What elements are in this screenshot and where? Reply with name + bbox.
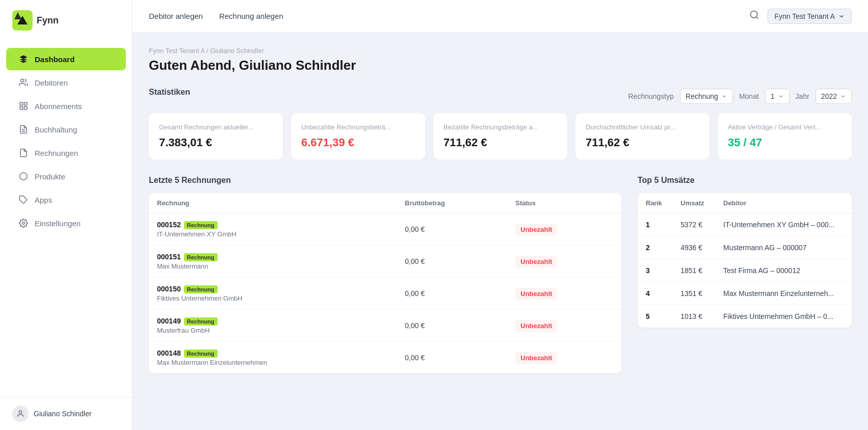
sidebar-item-einstellungen[interactable]: Einstellungen xyxy=(6,212,126,234)
status-badge: Unbezahlt xyxy=(515,224,557,235)
umsatz-cell: 1013 € xyxy=(672,305,715,328)
invoice-type-select[interactable]: Rechnung xyxy=(680,89,733,104)
invoice-cell: 000151Rechnung Max Mustermann xyxy=(149,246,397,278)
rank-cell: 2 xyxy=(638,236,672,259)
sidebar-item-produkte[interactable]: Produkte xyxy=(6,165,126,187)
file-text-icon xyxy=(18,124,29,135)
invoice-debitor: Max Mustermann Einzelunternehmen xyxy=(157,359,388,366)
invoice-number: 000151Rechnung xyxy=(157,253,388,261)
footer-username: Giuliano Schindler xyxy=(34,410,92,418)
table-row[interactable]: 000152Rechnung IT-Unternehmen XY GmbH 0,… xyxy=(149,213,621,246)
table-row[interactable]: 000149Rechnung Musterfrau GmbH 0,00 € Un… xyxy=(149,310,621,342)
invoice-amount: 0,00 € xyxy=(397,278,507,310)
invoice-status: Unbezahlt xyxy=(507,310,621,342)
sidebar-item-rechnungen[interactable]: Rechnungen xyxy=(6,142,126,164)
sidebar-item-label-debitoren: Debitoren xyxy=(35,78,68,87)
debitor-cell: Fiktives Unternehmen GmbH – 0... xyxy=(715,305,852,328)
topbar-right: Fynn Test Tenant A xyxy=(749,9,852,24)
sidebar-item-dashboard[interactable]: Dashboard xyxy=(6,48,126,70)
sidebar-item-label-rechnungen: Rechnungen xyxy=(35,149,78,157)
chevron-down-icon-invoice xyxy=(721,93,727,99)
users-icon xyxy=(18,77,29,88)
chevron-down-icon-year xyxy=(840,93,846,99)
stat-card-4: Aktive Verträge / Gesamt Vert... 35 / 47 xyxy=(718,113,852,159)
stat-value-1: 6.671,39 € xyxy=(301,136,415,149)
svg-point-1 xyxy=(21,79,24,82)
invoice-debitor: IT-Unternehmen XY GmbH xyxy=(157,230,388,238)
year-select[interactable]: 2022 xyxy=(816,89,852,104)
table-row[interactable]: 3 1851 € Test Firma AG – 000012 xyxy=(638,259,852,282)
stat-value-3: 711,62 € xyxy=(586,136,699,149)
invoice-debitor: Musterfrau GmbH xyxy=(157,327,388,334)
invoice-cell: 000149Rechnung Musterfrau GmbH xyxy=(149,310,397,342)
sidebar-item-apps[interactable]: Apps xyxy=(6,189,126,211)
search-icon[interactable] xyxy=(749,10,759,22)
stats-header: Statistiken Rechnungstyp Rechnung Monat … xyxy=(149,88,852,105)
umsatz-cell: 1851 € xyxy=(672,259,715,282)
umsatz-cell: 5372 € xyxy=(672,213,715,236)
invoice-status: Unbezahlt xyxy=(507,342,621,374)
stat-label-2: Bezahlte Rechnungsbeträge a... xyxy=(443,123,557,131)
month-select[interactable]: 1 xyxy=(765,89,790,104)
sidebar-item-label-dashboard: Dashboard xyxy=(35,55,74,64)
avatar xyxy=(12,406,29,422)
svg-line-12 xyxy=(756,17,758,19)
statistiken-title: Statistiken xyxy=(149,88,190,97)
tenant-selector[interactable]: Fynn Test Tenant A xyxy=(768,9,852,24)
invoice-number: 000150Rechnung xyxy=(157,285,388,293)
top5-table: Rank Umsatz Debitor 1 5372 € IT-Unterneh… xyxy=(638,193,852,328)
invoice-tag: Rechnung xyxy=(184,253,218,261)
debitor-anlegen-link[interactable]: Debitor anlegen xyxy=(149,12,203,20)
invoice-number: 000152Rechnung xyxy=(157,221,388,229)
table-row[interactable]: 000151Rechnung Max Mustermann 0,00 € Unb… xyxy=(149,246,621,278)
sidebar-item-label-produkte: Produkte xyxy=(35,172,65,181)
col-umsatz: Umsatz xyxy=(672,193,715,213)
topbar-nav: Debitor anlegen Rechnung anlegen xyxy=(149,12,283,20)
layers-icon xyxy=(18,54,29,64)
rechnung-anlegen-link[interactable]: Rechnung anlegen xyxy=(219,12,283,20)
sidebar-item-debitoren[interactable]: Debitoren xyxy=(6,71,126,94)
table-row[interactable]: 5 1013 € Fiktives Unternehmen GmbH – 0..… xyxy=(638,305,852,328)
svg-rect-3 xyxy=(24,102,27,105)
sidebar-item-label-buchhaltung: Buchhaltung xyxy=(35,125,77,134)
table-row[interactable]: 000148Rechnung Max Mustermann Einzelunte… xyxy=(149,342,621,374)
invoice-amount: 0,00 € xyxy=(397,246,507,278)
stat-label-4: Aktive Verträge / Gesamt Vert... xyxy=(728,123,841,131)
table-row[interactable]: 4 1351 € Max Mustermann Einzelunterneh..… xyxy=(638,282,852,305)
table-row[interactable]: 000150Rechnung Fiktives Unternehmen GmbH… xyxy=(149,278,621,310)
page-content: Fynn Test Tenant A / Giuliano Schindler … xyxy=(133,33,868,430)
year-label: Jahr xyxy=(796,92,809,100)
tables-row: Letzte 5 Rechnungen Rechnung Bruttobetra… xyxy=(149,176,852,373)
stat-value-0: 7.383,01 € xyxy=(159,136,273,149)
rank-cell: 3 xyxy=(638,259,672,282)
last5-table: Rechnung Bruttobetrag Status 000152Rechn… xyxy=(149,193,621,373)
invoice-number: 000149Rechnung xyxy=(157,317,388,326)
puzzle-icon xyxy=(18,195,29,205)
last5-section: Letzte 5 Rechnungen Rechnung Bruttobetra… xyxy=(149,176,621,373)
invoice-status: Unbezahlt xyxy=(507,213,621,246)
table-row[interactable]: 2 4936 € Mustermann AG – 000007 xyxy=(638,236,852,259)
sidebar-item-label-einstellungen: Einstellungen xyxy=(35,219,81,228)
status-badge: Unbezahlt xyxy=(515,320,557,332)
svg-rect-2 xyxy=(20,102,22,105)
col-betrag: Bruttobetrag xyxy=(397,193,507,213)
last5-title: Letzte 5 Rechnungen xyxy=(149,176,621,185)
stat-card-2: Bezahlte Rechnungsbeträge a... 711,62 € xyxy=(433,113,567,159)
svg-point-11 xyxy=(751,11,757,18)
top5-title: Top 5 Umsätze xyxy=(638,176,852,185)
sidebar-item-buchhaltung[interactable]: Buchhaltung xyxy=(6,118,126,141)
stats-cards: Gesamt Rechnungen aktueller... 7.383,01 … xyxy=(149,113,852,159)
table-row[interactable]: 1 5372 € IT-Unternehmen XY GmbH – 000... xyxy=(638,213,852,236)
debitor-cell: IT-Unternehmen XY GmbH – 000... xyxy=(715,213,852,236)
stat-card-0: Gesamt Rechnungen aktueller... 7.383,01 … xyxy=(149,113,283,159)
rank-cell: 5 xyxy=(638,305,672,328)
invoice-cell: 000150Rechnung Fiktives Unternehmen GmbH xyxy=(149,278,397,310)
stat-card-1: Unbezahlte Rechnungsbeträ... 6.671,39 € xyxy=(291,113,425,159)
sidebar-item-abonnements[interactable]: Abonnements xyxy=(6,95,126,117)
status-badge: Unbezahlt xyxy=(515,256,557,267)
debitor-cell: Test Firma AG – 000012 xyxy=(715,259,852,282)
debitor-cell: Mustermann AG – 000007 xyxy=(715,236,852,259)
logo-area: Fynn xyxy=(0,0,132,41)
stat-label-1: Unbezahlte Rechnungsbeträ... xyxy=(301,123,415,131)
invoice-amount: 0,00 € xyxy=(397,342,507,374)
